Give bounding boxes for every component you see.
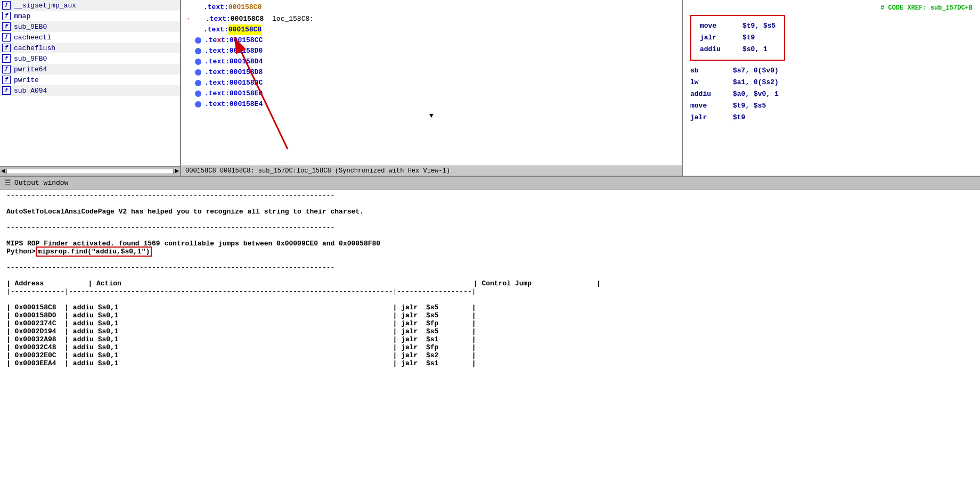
disasm-line-dot: .text:000158D8 [185,67,677,78]
table-row-8: | 0x0003EEA4 | addiu $s0,1 | jalr $s1 | [6,359,974,367]
disasm-line-loc: → .text:000158C8 loc_158C8: [185,14,677,24]
output-line-blank [6,200,974,208]
func-name: sub A094 [14,87,47,95]
plain-instr-addiu2: addiu $a0, $v0, 1 [690,88,973,100]
disasm-line-dot: .text:000158D0 [185,46,677,56]
table-row-7: | 0x00032E0C | addiu $s0,1 | jalr $s2 | [6,351,974,359]
code-view: # CODE XREF: sub_157DC+B move $t9, $s5 j… [682,0,980,176]
arrow-icon: → [185,14,195,24]
disasm-line-dot: .text:000158DC [185,78,677,88]
func-name: mmap [14,12,30,20]
table-header-row: | Address | Action | Control Jump | [6,280,974,287]
func-name: sub_9EB0 [14,23,47,31]
sidebar-item-sigsetjmp[interactable]: f __sigsetjmp_aux [0,0,180,11]
func-icon: f [2,22,11,31]
func-icon: f [2,76,11,84]
func-icon: f [2,1,11,10]
plain-instr-lw: lw $a1, 0($s2) [690,77,973,88]
code-instr-addiu: addiu $s0, 1 [700,44,775,55]
disasm-line-dot: .text:000158E0 [185,88,677,99]
disasm-view: .text:000158C0 → .text:000158C8 loc_158C… [181,0,682,166]
table-row-6: | 0x00032C48 | addiu $s0,1 | jalr $fp | [6,343,974,351]
code-instr-move: move $t9, $s5 [700,20,775,32]
scroll-left-arrow[interactable]: ◄ [1,167,5,175]
sidebar-item-mmap[interactable]: f mmap [0,11,180,21]
func-name: pwrite [14,76,39,84]
table-row-5: | 0x00032A98 | addiu $s0,1 | jalr $s1 | [6,335,974,343]
disasm-line-dot: .text:000158E4 [185,99,677,110]
output-line-autoset: AutoSetToLocalAnsiCodePage V2 has helped… [6,208,974,216]
code-plain-instrs: sb $s7, 0($v0) lw $a1, 0($s2) addiu $a0,… [690,65,973,124]
func-icon: f [2,86,11,95]
table-header-sep: |-------------|-------------------------… [6,287,974,295]
sidebar-item-sub9eb0[interactable]: f sub_9EB0 [0,21,180,32]
output-line-blank3 [6,232,974,240]
disasm-status: 000158C8 000158C8: sub_157DC:loc_158C8 (… [181,166,682,176]
func-icon: f [2,54,11,63]
separator-2: ----------------------------------------… [6,224,974,232]
function-list[interactable]: f __sigsetjmp_aux f mmap f sub_9EB0 f ca… [0,0,180,166]
sidebar-item-pwrite64[interactable]: f pwrite64 [0,64,180,75]
table-row-3: | 0x0002374C | addiu $s0,1 | jalr $fp | [6,319,974,327]
func-icon: f [2,44,11,52]
output-line-blank6 [6,295,974,303]
output-icon: ☰ [4,178,11,187]
table-row-2: | 0x000158D0 | addiu $s0,1 | jalr $s5 | [6,311,974,319]
sidebar-item-cacheflush[interactable]: f cacheflush [0,43,180,53]
scroll-right-arrow[interactable]: ► [175,167,179,175]
separator-3: ----------------------------------------… [6,264,974,272]
table-row-4: | 0x0002D194 | addiu $s0,1 | jalr $s5 | [6,327,974,335]
separator-1: ----------------------------------------… [6,192,974,200]
output-line-blank4 [6,256,974,264]
func-name: cacheectl [14,34,51,42]
sidebar-item-sub9fb0[interactable]: f sub_9FB0 [0,53,180,64]
code-box: move $t9, $s5 jalr $t9 addiu $s0, 1 [690,15,785,61]
code-instr-jalr: jalr $t9 [700,32,775,44]
output-window-header: ☰ Output window [0,177,980,190]
func-icon: f [2,33,11,42]
output-line-blank2 [6,216,974,224]
disasm-line-highlight: .text:000158C8 [185,24,677,35]
output-body[interactable]: ----------------------------------------… [0,190,980,493]
func-name: pwrite64 [14,65,47,73]
func-name: sub_9FB0 [14,55,47,63]
disasm-line-dot: .text:000158CC [185,35,677,46]
disasm-line: .text:000158C0 [185,2,677,13]
output-python-line: Python>mipsrop.find("addiu,$s0,1") [6,248,974,256]
code-xref: # CODE XREF: sub_157DC+B [690,4,973,12]
sidebar-item-cacheectl[interactable]: f cacheectl [0,32,180,43]
scroll-down-arrow[interactable]: ▼ [185,112,677,120]
func-name: cacheflush [14,44,55,52]
sidebar-hscroll[interactable]: ◄ ► [0,166,180,176]
plain-instr-move2: move $t9, $s5 [690,100,973,112]
func-icon: f [2,65,11,73]
sidebar-item-pwrite[interactable]: f pwrite [0,75,180,85]
plain-instr-jalr2: jalr $t9 [690,112,973,124]
sidebar-item-suba094[interactable]: f sub A094 [0,85,180,96]
func-name: __sigsetjmp_aux [14,2,76,10]
plain-instr-sb: sb $s7, 0($v0) [690,65,973,77]
output-title: Output window [14,179,68,187]
func-icon: f [2,12,11,20]
table-row-1: | 0x000158C8 | addiu $s0,1 | jalr $s5 | [6,303,974,311]
output-line-blank5 [6,272,974,280]
disasm-line-dot: .text:000158D4 [185,56,677,67]
